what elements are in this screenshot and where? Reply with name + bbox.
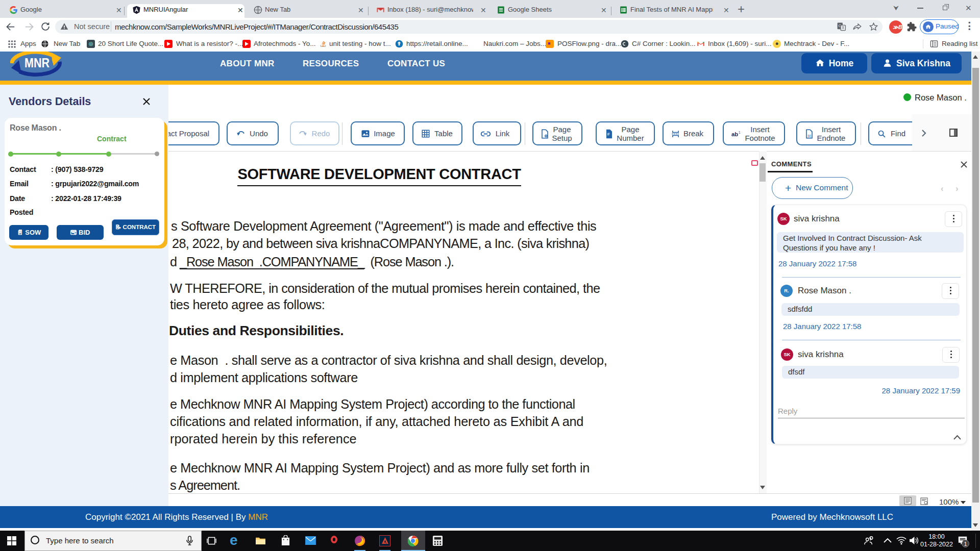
svg-text:MNR: MNR <box>24 55 50 70</box>
